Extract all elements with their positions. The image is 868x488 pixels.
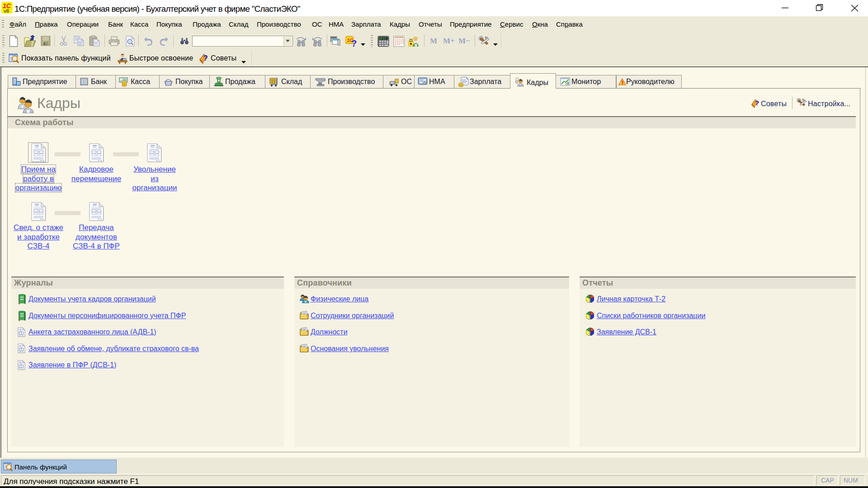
svg-text:?: ? xyxy=(351,38,357,47)
svg-text:?: ? xyxy=(755,99,759,107)
svg-text:v8: v8 xyxy=(4,8,9,14)
svg-text:?: ? xyxy=(203,54,208,62)
